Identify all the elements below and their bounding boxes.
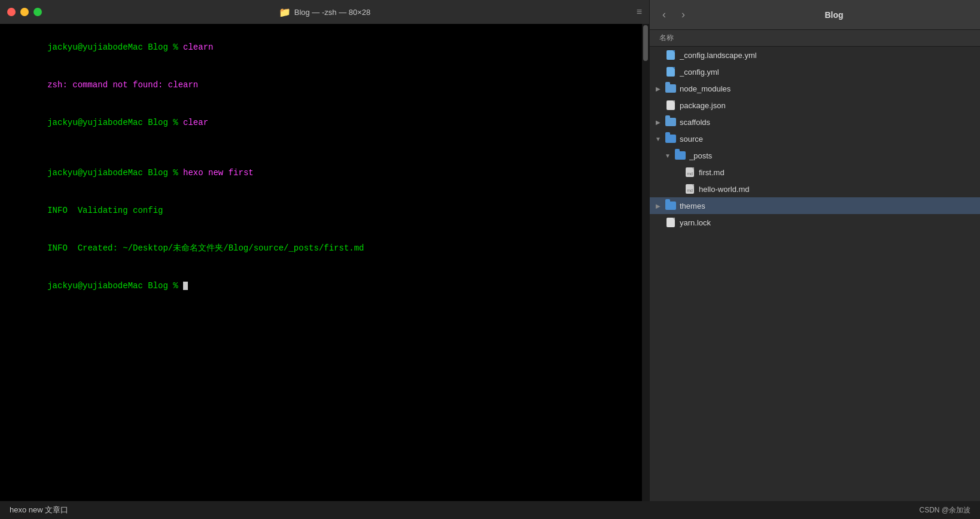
terminal-title: 📁 Blog — -zsh — 80×28 — [279, 7, 371, 18]
folder-icon — [665, 134, 676, 144]
list-item[interactable]: ▼ _posts — [650, 147, 980, 164]
filebrowser-pane: ‹ › Blog 名称 _config.landscape.yml — [649, 0, 980, 501]
file-name: _config.yml — [680, 68, 719, 77]
terminal-line-3: jackyu@yujiabodeMac Blog % clear — [7, 104, 642, 142]
list-item[interactable]: ▼ source — [650, 130, 980, 147]
terminal-line-4: jackyu@yujiabodeMac Blog % hexo new firs… — [7, 154, 642, 192]
minimize-button[interactable] — [20, 8, 29, 16]
list-item[interactable]: ▶ themes — [650, 197, 980, 214]
file-name: first.md — [699, 168, 725, 177]
taskbar-left-text: hexo new 文章口 — [10, 505, 68, 515]
terminal-scrollbar[interactable] — [642, 24, 649, 501]
file-name: hello-world.md — [699, 185, 750, 194]
fb-file-list[interactable]: _config.landscape.yml _config.yml ▶ node… — [650, 47, 980, 501]
fb-column-header: 名称 — [650, 30, 980, 47]
folder-icon: 📁 — [279, 7, 291, 18]
folder-icon — [665, 201, 676, 210]
list-item[interactable]: ▶ node_modules — [650, 80, 980, 97]
file-name: package.json — [680, 101, 726, 110]
file-name: _config.landscape.yml — [680, 51, 757, 60]
terminal-line-6: INFO Created: ~/Desktop/未命名文件夹/Blog/sour… — [7, 230, 642, 267]
back-button[interactable]: ‹ — [657, 8, 671, 22]
chevron-down-icon: ▼ — [664, 152, 671, 159]
list-item[interactable]: yarn.lock — [650, 214, 980, 231]
fb-title: Blog — [695, 10, 973, 20]
fb-header: ‹ › Blog — [650, 0, 980, 30]
close-button[interactable] — [7, 8, 16, 16]
folder-name: source — [680, 135, 703, 144]
list-item[interactable]: _config.landscape.yml — [650, 47, 980, 63]
terminal-title-text: Blog — -zsh — 80×28 — [294, 8, 371, 17]
file-name: yarn.lock — [680, 218, 711, 227]
chevron-right-icon: ▶ — [655, 118, 662, 126]
list-item[interactable]: ▶ scaffolds — [650, 114, 980, 130]
terminal-line-2: zsh: command not found: clearn — [7, 66, 642, 104]
name-column-label: 名称 — [659, 33, 674, 43]
forward-button[interactable]: › — [676, 8, 690, 22]
terminal-line-5: INFO Validating config — [7, 192, 642, 230]
list-item[interactable]: md first.md — [650, 164, 980, 181]
folder-name: node_modules — [680, 84, 731, 93]
folder-icon — [675, 151, 686, 160]
terminal-pane: 📁 Blog — -zsh — 80×28 ≡ jackyu@yujiabode… — [0, 0, 649, 501]
yaml-file-icon — [665, 67, 676, 77]
cursor-block — [183, 282, 188, 290]
folder-name: themes — [680, 202, 705, 210]
terminal-titlebar: 📁 Blog — -zsh — 80×28 ≡ — [0, 0, 649, 24]
terminal-line-7: jackyu@yujiabodeMac Blog % — [7, 267, 642, 305]
maximize-button[interactable] — [34, 8, 42, 16]
list-item[interactable]: md hello-world.md — [650, 181, 980, 197]
yaml-file-icon — [665, 50, 676, 60]
terminal-line-1: jackyu@yujiabodeMac Blog % clearn — [7, 29, 642, 66]
list-item[interactable]: package.json — [650, 97, 980, 114]
traffic-lights — [7, 8, 42, 16]
folder-name: _posts — [689, 151, 712, 160]
file-icon — [665, 218, 676, 227]
terminal-blank-line — [7, 142, 642, 154]
folder-icon — [665, 117, 676, 127]
folder-name: scaffolds — [680, 118, 710, 127]
scroll-indicator: ≡ — [637, 7, 642, 17]
chevron-right-icon: ▶ — [655, 85, 662, 92]
md-file-icon: md — [684, 184, 695, 194]
scrollbar-thumb[interactable] — [643, 25, 648, 61]
chevron-down-icon: ▼ — [655, 135, 662, 142]
folder-icon — [665, 84, 676, 93]
list-item[interactable]: _config.yml — [650, 63, 980, 80]
taskbar-right-text: CSDN @余加波 — [919, 505, 970, 515]
taskbar-bottom: hexo new 文章口 CSDN @余加波 — [0, 501, 980, 519]
md-file-icon: md — [684, 167, 695, 177]
terminal-content[interactable]: jackyu@yujiabodeMac Blog % clearn zsh: c… — [0, 24, 649, 501]
file-icon — [665, 100, 676, 110]
chevron-right-icon: ▶ — [655, 202, 662, 209]
